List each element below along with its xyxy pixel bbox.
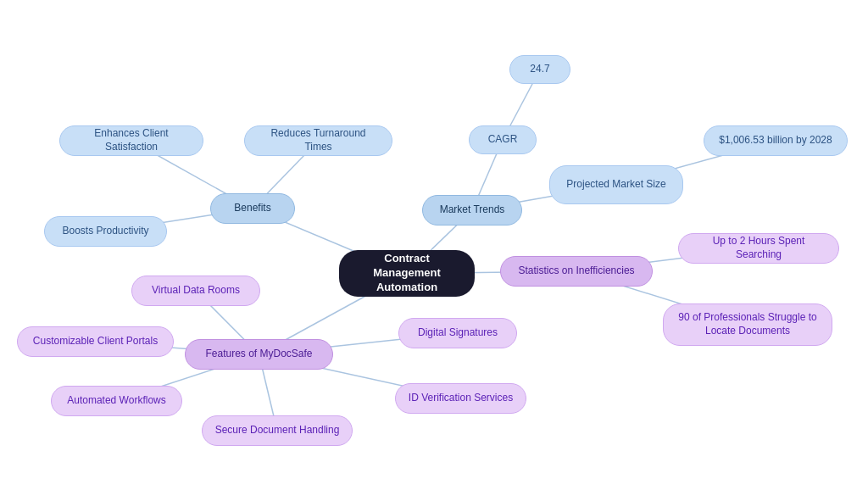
mind-map: Contract Management AutomationBenefitsEn… <box>0 0 868 490</box>
